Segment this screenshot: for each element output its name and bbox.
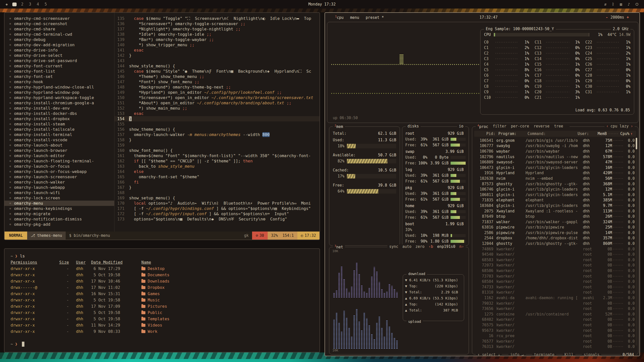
process-row[interactable]: 68583 kworker/ root 0B 0.0 — [472, 257, 638, 263]
col-memb[interactable]: MemB — [594, 131, 607, 136]
proc-option-button[interactable]: filter — [493, 124, 506, 128]
process-row[interactable]: 87649 btop btop dhh 26M 0.0 — [472, 214, 638, 219]
file-tree-item[interactable]: ∗ omarchy-pkg-add — [5, 222, 114, 227]
file-tree-item[interactable]: ∗ omarchy-hyprland-workspace-toggle — [5, 95, 114, 100]
footer-hint[interactable]: signals — [582, 352, 601, 356]
file-tree-item[interactable]: ∗ omarchy-menu — [5, 201, 114, 206]
process-row[interactable]: 2544 dropbox /home/dhh/.dropbox-dist dhh… — [472, 236, 638, 241]
iface-prev-button[interactable]: ‹b — [429, 244, 433, 249]
process-row[interactable]: 12044 ghostty /usr/bin/ghostty --gtk- dh… — [472, 241, 638, 246]
process-row[interactable]: 106809 swayosd- /usr/bin/swayosd-server … — [472, 159, 638, 165]
volume-icon[interactable]: ♪ — [628, 2, 630, 7]
file-tree-item[interactable]: ∗ omarchy-install-steam — [5, 121, 114, 127]
process-row[interactable]: 74869 kworker/ root 0B 0.0 — [472, 246, 638, 252]
footer-hint[interactable]: Kill — [563, 352, 575, 356]
file-tree-item[interactable]: ∗ omarchy-install-docker-dbs — [5, 111, 114, 116]
workspace-button[interactable]: 5 — [45, 2, 47, 7]
process-row[interactable]: 1275 containe /usr/bin/containerd root 5… — [472, 311, 638, 317]
updates-icon[interactable]: ⇵ — [604, 2, 607, 7]
process-row[interactable]: 87573 ghostty /usr/bin/ghostty --gtk- dh… — [472, 181, 638, 187]
file-tree-item[interactable]: ∗ omarchy-menu-keybindings — [5, 206, 114, 211]
col-command[interactable]: Command: — [528, 131, 578, 136]
btop-tab[interactable]: 1cpu — [335, 15, 344, 20]
col-pid[interactable]: Pid: — [477, 131, 495, 136]
file-tree-item[interactable]: ∗ omarchy-debug — [5, 37, 114, 42]
process-row[interactable]: 102638 nvim nvim --embed dhh 56M 0.0 — [472, 176, 638, 181]
file-tree-item[interactable]: ∗ omarchy-launch-or-focus-webapp — [5, 169, 114, 174]
file-tree-item[interactable]: ∗ omarchy-migrate — [5, 211, 114, 216]
process-row[interactable]: 106786 waybar /usr/bin/waybar dhh 67M 0.… — [472, 149, 638, 154]
workspace-button[interactable]: 4 — [37, 2, 39, 7]
process-row[interactable]: 76577 kworker/ root 0B 0.0 — [472, 339, 638, 344]
file-tree-item[interactable]: ∗ omarchy-launch-browser — [5, 148, 114, 153]
workspace-button[interactable]: 3 — [29, 2, 31, 7]
file-tree-item[interactable]: ∗ omarchy-launch-screensaver — [5, 174, 114, 179]
file-tree-item[interactable]: ∗ omarchy-hyprland-window-pop — [5, 90, 114, 95]
process-row[interactable]: 95673 kworker/ root 0B 0.0 — [472, 328, 638, 333]
sort-direction-icon[interactable]: ↑ — [630, 131, 633, 136]
proc-option-button[interactable]: per-core — [511, 124, 529, 128]
process-row[interactable]: 76313 kworker/ root 0B 0.0 — [472, 344, 638, 350]
footer-hint[interactable]: ↑ select ↓ — [476, 352, 502, 356]
process-row[interactable]: 102796 nautilus /usr/bin/nautilus --new … — [472, 154, 638, 160]
file-tree-item[interactable]: ∗ omarchy-hyprland-window-close-all — [5, 84, 114, 90]
file-tree-item[interactable]: ∗ omarchy-install-tailscale — [5, 127, 114, 132]
footer-hint[interactable]: info ↵ — [508, 352, 526, 356]
disks-box-title[interactable]: disks — [406, 124, 421, 128]
file-tree-item[interactable]: ∗ omarchy-launch-or-focus — [5, 164, 114, 169]
interval-decrease-button[interactable]: - — [606, 15, 608, 20]
file-tree-item[interactable]: ∗ omarchy-install-terminal — [5, 132, 114, 137]
btop-tab[interactable]: menu — [350, 15, 359, 20]
process-row[interactable]: 94540 kworker/ root 0B 0.0 — [472, 252, 638, 257]
file-tree-item[interactable]: ∗ omarchy-notification-dismiss — [5, 216, 114, 222]
file-tree-item[interactable]: ∗ omarchy-launch-walker — [5, 179, 114, 185]
file-tree-item[interactable]: ∗ omarchy-install-dev-env — [5, 106, 114, 111]
proc-option-button[interactable]: reverse — [534, 124, 549, 128]
process-row[interactable]: 68584 kworker/ root 0B 0.0 — [472, 279, 638, 284]
col-user[interactable]: User: — [578, 131, 594, 136]
workspace-active-indicator[interactable] — [12, 3, 17, 6]
process-row[interactable]: 2075 Xwayland Xwayland :1 -rootless - dh… — [472, 208, 638, 214]
file-tree-item[interactable]: ∗ omarchy-lock-screen — [5, 195, 114, 201]
auto-button[interactable]: auto — [402, 244, 411, 249]
file-tree-item[interactable]: ∗ omarchy-drive-set-password — [5, 58, 114, 63]
iface-next-button[interactable]: n› — [459, 244, 464, 249]
process-row[interactable]: 103684 glycin-i /usr/lib/glycin-loaders … — [472, 203, 638, 208]
file-tree-item[interactable]: ∗ omarchy-launch-about — [5, 143, 114, 148]
process-row[interactable]: 2586 pipewire /usr/bin/pipewire-pulse dh… — [472, 230, 638, 236]
process-row[interactable]: 73703 kworker/ root 0B 0.0 — [472, 274, 638, 279]
process-scrollbar[interactable] — [636, 138, 637, 346]
process-row[interactable]: 1162 avahi-da avahi-daemon: running [ av… — [472, 295, 638, 301]
network-box-title[interactable]: 3net — [333, 244, 345, 249]
file-tree-item[interactable]: ∗ omarchy-drive-select — [5, 53, 114, 58]
code-editor[interactable]: 135 case $(menu "Toggle" "⛶ Screensaver\… — [114, 13, 319, 232]
process-row[interactable]: 81310 kworker/ root 0B 0.0 — [472, 290, 638, 295]
sort-prev-button[interactable]: ‹ — [606, 124, 609, 128]
file-tree-item[interactable]: ∗ omarchy-hook — [5, 79, 114, 84]
terminal-window[interactable]: ~ ❯ ls Permissions Size User Date Modifi… — [4, 248, 320, 352]
process-row[interactable]: 63816 pipewire /usr/bin/pipewire dhh 25M… — [472, 225, 638, 230]
workspace-button[interactable]: 2 — [21, 2, 23, 7]
process-row[interactable]: 16 rcu_pree root 0B 0.0 — [472, 333, 638, 339]
process-row[interactable]: 71837 walker /usr/bin/walker --gappl dhh… — [472, 219, 638, 225]
process-row[interactable]: 68402 kworker/ root 0B 0.0 — [472, 317, 638, 323]
footer-hint[interactable]: terminate — [532, 352, 556, 356]
file-tree[interactable]: ∗ omarchy-cmd-screensaver ∗ omarchy-cmd-… — [5, 13, 114, 232]
file-tree-item[interactable]: ∗ omarchy-font-list — [5, 69, 114, 74]
process-row[interactable]: 106777 swaybg /usr/bin/swaybg -i /hom dh… — [472, 143, 638, 149]
btop-tab[interactable]: preset * — [366, 15, 384, 20]
file-tree-item[interactable]: ∗ omarchy-install-chromium-google-a — [5, 100, 114, 106]
io-tab[interactable]: io — [457, 124, 465, 128]
process-row[interactable]: 106811 glycin-i /usr/lib/glycin-loaders … — [472, 192, 638, 198]
sort-next-button[interactable]: › — [631, 124, 633, 128]
process-row[interactable]: 79032 kworker/ root 0B 0.0 — [472, 301, 638, 306]
process-row[interactable]: 68586 kworker/ root 0B 0.0 — [472, 268, 638, 274]
proc-tab[interactable]: 4proc — [477, 124, 488, 129]
zero-button[interactable]: zero — [416, 244, 425, 249]
file-tree-item[interactable]: ∗ omarchy-cmd-terminal-cwd — [5, 32, 114, 37]
col-cpu[interactable]: Cpu% — [619, 131, 629, 136]
memory-box-title[interactable]: 2mem — [333, 124, 345, 129]
process-row[interactable]: 106473 glycin-i /usr/lib/glycin-loaders … — [472, 165, 638, 170]
file-tree-item[interactable]: ∗ omarchy-install-vscode — [5, 137, 114, 143]
file-tree-item[interactable]: ∗ omarchy-dev-add-migration — [5, 42, 114, 48]
